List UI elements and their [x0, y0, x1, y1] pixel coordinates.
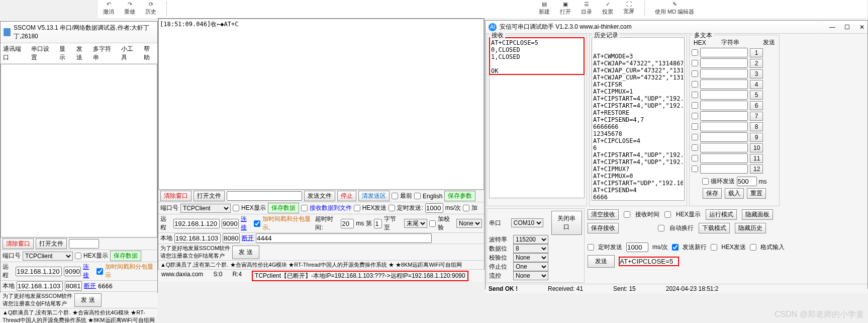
hex-check[interactable]	[692, 166, 698, 172]
menu-help[interactable]: 帮助	[144, 45, 155, 62]
send-input[interactable]	[619, 257, 679, 266]
md-editor-button[interactable]: ✎使用 MD 编辑器	[655, 1, 694, 16]
send-button[interactable]: 发 送	[232, 246, 259, 259]
menu-comm[interactable]: 通讯端口	[3, 45, 25, 62]
history-item[interactable]: 6666	[593, 194, 683, 201]
load-button[interactable]: 载入	[725, 188, 744, 199]
history-item[interactable]: AT+CIPSTART=4,"UDP","192.168.1	[593, 151, 683, 158]
vote-button[interactable]: ✓投票	[602, 1, 613, 16]
history-item[interactable]: AT+CWJAP_CUR="47322","13148	[593, 74, 683, 81]
connect-button[interactable]: 连接	[83, 263, 94, 280]
str-input[interactable]	[700, 164, 748, 174]
undo-button[interactable]: ↶撤消	[103, 1, 114, 16]
str-input[interactable]	[700, 48, 748, 57]
com-select[interactable]: COM10	[511, 218, 543, 227]
send-input[interactable]	[256, 233, 432, 243]
menu-settings[interactable]: 串口设置	[31, 45, 53, 62]
history-item[interactable]: 6666666	[593, 123, 683, 130]
hex-check[interactable]	[692, 92, 698, 98]
open-file-button[interactable]: 打开文件	[194, 191, 225, 201]
new-button[interactable]: ▤新建	[539, 1, 550, 16]
save-button[interactable]: 保存	[703, 188, 722, 199]
close-button[interactable]: ✕	[859, 24, 864, 31]
reset-button[interactable]: 重置	[747, 188, 766, 199]
history-item[interactable]: AT+CIPCLOSE=4	[593, 137, 683, 144]
hex-check[interactable]	[692, 155, 698, 162]
open-file-button[interactable]: 打开文件	[36, 238, 67, 249]
history-item[interactable]: AT+CIFSR	[593, 81, 683, 88]
send-n-button[interactable]: 10	[750, 143, 763, 152]
send-n-button[interactable]: 6	[750, 101, 763, 110]
port-select[interactable]: TCPClient	[23, 252, 73, 261]
str-input[interactable]	[700, 143, 748, 152]
file-input[interactable]	[69, 239, 99, 249]
hex-show-check[interactable]	[75, 253, 81, 259]
history-item[interactable]: AT+CWMODE=3	[593, 53, 683, 60]
menu-multistr[interactable]: 多字符串	[93, 45, 115, 62]
str-input[interactable]	[700, 132, 748, 142]
str-input[interactable]	[700, 122, 748, 131]
send-n-button[interactable]: 3	[750, 69, 763, 78]
remote-ip-input[interactable]	[16, 267, 62, 276]
hex-check[interactable]	[692, 144, 698, 151]
send-file-button[interactable]: 发送文件	[304, 191, 335, 201]
history-item[interactable]: AT+CIPSTART=4,"UDP","192.168.1	[593, 102, 683, 109]
history-item[interactable]: AT+CIPSTART=4,"UDP","192.168.1	[593, 95, 683, 102]
history-item[interactable]: AT+CIPSEND=4,7	[593, 116, 683, 123]
send-n-button[interactable]: 2	[750, 59, 763, 68]
disconnect-button[interactable]: 断开	[84, 282, 96, 290]
stop-button[interactable]: 停止	[337, 191, 356, 201]
hex-check[interactable]	[692, 49, 698, 56]
clear-window-button[interactable]: 清除窗口	[160, 191, 191, 201]
str-input[interactable]	[700, 101, 748, 110]
close-port-button[interactable]: 关闭串口	[551, 211, 582, 235]
save-recv-button[interactable]: 保存接收	[588, 223, 619, 233]
str-input[interactable]	[700, 111, 748, 121]
hex-check[interactable]	[692, 81, 698, 88]
clear-recv-button[interactable]: 清空接收	[588, 209, 619, 220]
send-n-button[interactable]: 1	[750, 48, 763, 57]
history-item[interactable]: 12345678	[593, 130, 683, 137]
clear-window-button[interactable]: 清除窗口	[3, 238, 34, 249]
send-n-button[interactable]: 7	[750, 112, 763, 121]
str-input[interactable]	[700, 153, 748, 163]
hex-check[interactable]	[692, 70, 698, 77]
port-select[interactable]: TCPClient	[180, 204, 231, 213]
local-ip-input[interactable]	[17, 281, 63, 291]
str-input[interactable]	[700, 79, 748, 89]
timestamp-check[interactable]	[97, 268, 103, 275]
history-list[interactable]: AT+CWMODE=3AT+CWJAP="47322","1314867256A…	[592, 37, 685, 201]
minimize-button[interactable]: —	[829, 24, 835, 31]
history-item[interactable]: 6	[593, 144, 683, 151]
send-n-button[interactable]: 8	[750, 122, 763, 131]
history-item[interactable]: AT+CIPSTART="UDP","192.168.1.1	[593, 180, 683, 187]
maximize-button[interactable]: ☐	[844, 24, 850, 31]
hex-check[interactable]	[692, 134, 698, 140]
send-n-button[interactable]: 5	[750, 91, 763, 100]
save-data-button[interactable]: 保存数据	[110, 251, 141, 261]
history-button[interactable]: ⟳历史	[145, 1, 156, 16]
send-n-button[interactable]: 9	[750, 133, 763, 142]
hex-check[interactable]	[692, 113, 698, 119]
send-button[interactable]: 发 送	[74, 293, 101, 307]
local-port-input[interactable]	[65, 281, 82, 291]
history-item[interactable]: AT+CIPSTART=4,"UDP","192.168.1	[593, 158, 683, 166]
menu-send[interactable]: 发送	[76, 45, 87, 62]
clear-send-button[interactable]: 清发送区	[358, 191, 390, 201]
str-input[interactable]	[700, 58, 748, 68]
str-input[interactable]	[700, 69, 748, 78]
redo-button[interactable]: ↷重做	[124, 1, 135, 16]
send-button[interactable]: 发送	[588, 255, 615, 268]
send-n-button[interactable]: 11	[750, 154, 763, 163]
history-item[interactable]: AT+CWJAP_CUR="47322","13148	[593, 67, 683, 74]
send-n-button[interactable]: 4	[750, 80, 763, 89]
dir-button[interactable]: ☰目录	[581, 1, 592, 16]
hex-check[interactable]	[692, 123, 698, 130]
open-button[interactable]: ▣打开	[560, 1, 571, 16]
send-n-button[interactable]: 12	[750, 165, 763, 174]
history-item[interactable]: AT+CIPSEND=4	[593, 187, 683, 194]
menu-display[interactable]: 显示	[59, 45, 70, 62]
menu-tools[interactable]: 小工具	[121, 45, 138, 62]
remote-port-input[interactable]	[64, 267, 81, 276]
history-item[interactable]: AT+CIPMUX=0	[593, 173, 683, 180]
